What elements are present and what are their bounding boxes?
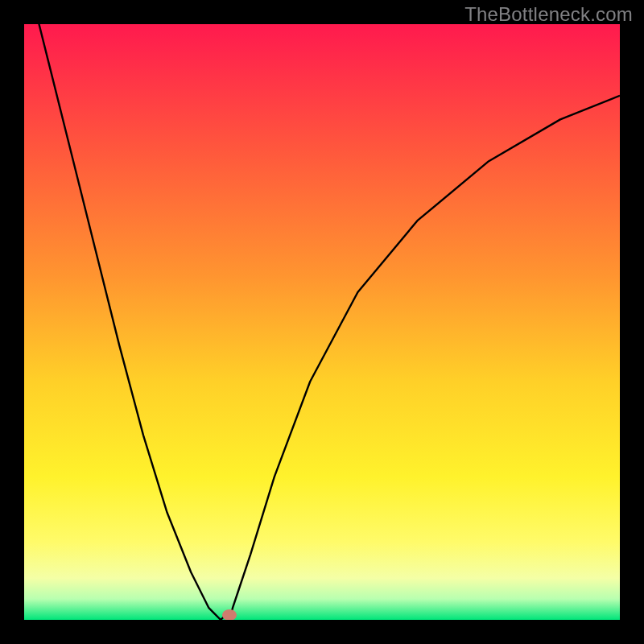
bottleneck-curve-svg [24, 24, 620, 620]
bottleneck-curve [24, 24, 620, 620]
plot-area [24, 24, 620, 620]
chart-frame: TheBottleneck.com [0, 0, 644, 644]
watermark-text: TheBottleneck.com [464, 3, 633, 26]
optimum-marker [222, 609, 237, 620]
